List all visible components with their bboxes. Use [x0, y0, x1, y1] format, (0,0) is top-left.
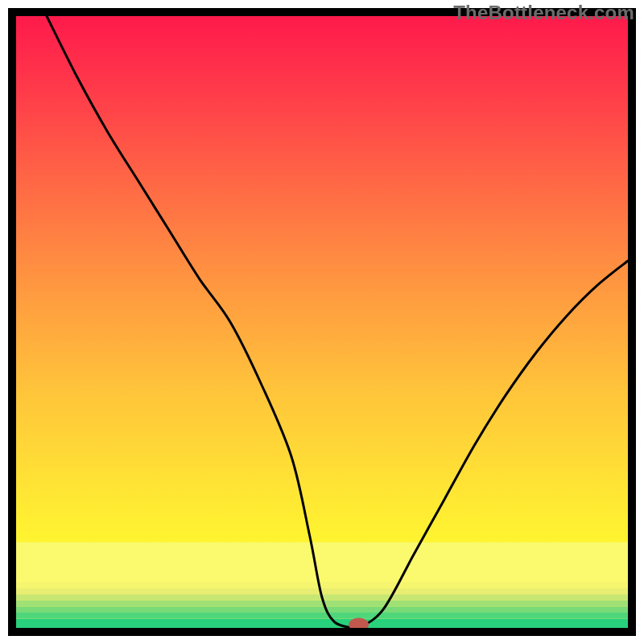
chart-background: [16, 16, 628, 628]
watermark-text: TheBottleneck.com: [453, 2, 634, 24]
svg-rect-1: [16, 619, 628, 628]
bottleneck-chart: [0, 0, 644, 644]
chart-container: TheBottleneck.com: [0, 0, 644, 644]
svg-rect-3: [16, 606, 628, 613]
bottom-bands: [16, 543, 628, 628]
svg-rect-7: [16, 582, 628, 588]
svg-rect-8: [16, 543, 628, 582]
svg-rect-2: [16, 613, 628, 619]
